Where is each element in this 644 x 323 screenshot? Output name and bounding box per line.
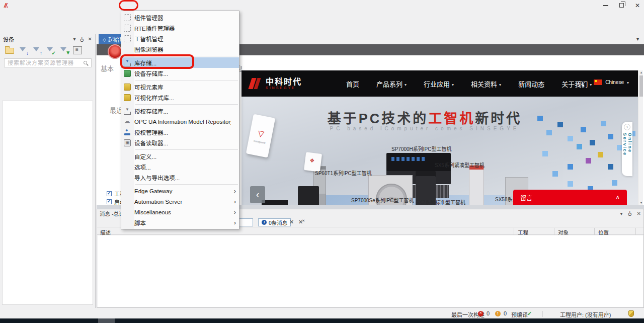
menubar-view[interactable] — [34, 5, 39, 7]
brand-name: 中科时代 — [266, 77, 302, 87]
language-label: Chinese — [605, 79, 624, 85]
messages-filter-button[interactable]: i 0条消息 — [258, 218, 291, 226]
site-search-icon[interactable] — [578, 81, 583, 86]
menu-item-edge-gateway[interactable]: Edge Gateway — [121, 186, 239, 196]
menu-item-customize[interactable]: 自定义... — [121, 151, 239, 162]
menu-item-rte-plugin-manager[interactable]: RTE插件管理器 — [121, 23, 239, 33]
menu-item-opcua-repository[interactable]: OPC UA Information Model Repository... — [121, 116, 239, 127]
project-user-label: 工程用户: (没有用户) — [560, 310, 611, 318]
restore-icon[interactable] — [619, 3, 624, 8]
nav-resources[interactable]: 相关资料 — [471, 79, 501, 89]
check-icon: ✓ — [527, 310, 532, 317]
column-separator — [635, 228, 636, 235]
column-description[interactable]: 描述 — [100, 228, 111, 236]
menubar-build[interactable] — [55, 5, 60, 7]
menubar-tools[interactable] — [87, 5, 92, 7]
menubar-project[interactable] — [45, 5, 50, 7]
panel-dropdown-icon[interactable]: ▾ — [73, 37, 76, 42]
new-folder-icon[interactable] — [5, 48, 14, 54]
messages-list[interactable] — [98, 235, 643, 307]
menubar-edit[interactable] — [24, 5, 29, 7]
menubar-help[interactable] — [108, 5, 113, 7]
device-tree[interactable] — [2, 101, 93, 305]
scroll-down-icon[interactable]: ▼ — [639, 201, 643, 204]
column-position[interactable]: 位置 — [598, 228, 609, 236]
collapse-icon[interactable]: ‹ — [624, 124, 630, 130]
menu-item-import-export-options[interactable]: 导入与导出选项... — [121, 172, 239, 183]
properties-icon[interactable] — [73, 46, 82, 54]
menubar-window[interactable] — [98, 5, 103, 7]
menu-item-library-repository[interactable]: 库存储... — [121, 57, 239, 68]
submenu-arrow-icon — [231, 208, 239, 216]
caret-down-icon — [405, 80, 407, 88]
tab-list-dropdown-icon[interactable]: ▾ — [636, 36, 639, 42]
panel-close-icon[interactable]: ✕ — [637, 211, 641, 216]
nav-news[interactable]: 新闻动态 — [518, 79, 544, 89]
nav-item-label: 产品系列 — [376, 79, 403, 89]
nav-about[interactable]: 关于我们 — [561, 79, 592, 89]
pin-icon[interactable]: ⚲ — [628, 210, 632, 217]
filter-sort-icon[interactable] — [19, 46, 28, 54]
close-icon[interactable]: ✕ — [635, 3, 640, 9]
leave-message-button[interactable]: 留言 ∧ — [513, 190, 627, 205]
scrollbar-thumb[interactable] — [639, 75, 643, 97]
clear-glyph-small: ✕ — [302, 219, 305, 222]
clear-message-icon[interactable]: ✕ — [289, 219, 294, 225]
panel-close-icon[interactable]: ✕ — [88, 37, 92, 42]
clear-all-messages-icon[interactable]: ✕✕ — [298, 219, 306, 225]
search-input[interactable] — [4, 58, 92, 67]
menu-item-visual-elements-library[interactable]: 可视元素库 — [121, 82, 239, 92]
nav-industry[interactable]: 行业应用 — [424, 79, 454, 89]
menu-item-options[interactable]: 选项... — [121, 162, 239, 172]
pin-icon[interactable]: ⚲ — [80, 37, 84, 42]
submenu-arrow-icon — [231, 198, 239, 205]
menu-item-script[interactable]: 脚本 — [121, 217, 239, 228]
language-switcher[interactable]: Chinese — [594, 78, 629, 86]
menu-item-device-reader[interactable]: 设备读取器... — [121, 137, 239, 148]
scroll-up-icon[interactable]: ▲ — [639, 71, 643, 74]
menu-item-license-manager[interactable]: 授权管理器... — [121, 127, 239, 137]
card-text: Instaguard — [254, 139, 266, 144]
website-brand[interactable]: 中科时代 SINSEGYE — [249, 77, 302, 90]
embedded-browser: 中科时代 SINSEGYE 首页 产品系列 行业应用 — [242, 70, 638, 205]
website-nav: 首页 产品系列 行业应用 相关资料 新闻动态 — [346, 79, 592, 89]
online-service-tab[interactable]: ‹ Online Service — [622, 122, 632, 176]
menu-item-component-manager[interactable]: 组件管理器 — [121, 12, 239, 23]
product-label: SP7000H系列IPC型工智机 — [391, 145, 451, 152]
menubar-debug[interactable] — [76, 5, 82, 7]
vertical-scrollbar[interactable]: ▲ ▼ — [638, 70, 643, 205]
menu-item-device-repository[interactable]: 设备存储库... — [121, 68, 239, 78]
nav-products[interactable]: 产品系列 — [376, 79, 407, 89]
menubar-online[interactable] — [66, 5, 71, 7]
menu-item-label: 授权管理器... — [134, 128, 231, 136]
menu-item-label: 自定义... — [134, 152, 231, 160]
minimize-icon[interactable] — [603, 5, 608, 6]
carousel-prev-button[interactable]: ‹ — [250, 186, 265, 203]
panel-dropdown-icon[interactable]: ▾ — [620, 211, 623, 216]
filter-up-icon[interactable] — [32, 46, 41, 54]
component-manager-icon — [124, 14, 131, 21]
filter-check-icon[interactable] — [46, 46, 55, 54]
menubar-designer[interactable] — [119, 5, 124, 7]
start-page-logo-icon — [108, 44, 122, 59]
hero-subline: PC based iComputer comes SINSEGYE — [242, 126, 608, 131]
menu-item-license-repository[interactable]: 授权存储库... — [121, 106, 239, 116]
menu-item-image-browser[interactable]: 图像浏览器 — [121, 44, 239, 54]
column-object[interactable]: 对象 — [558, 228, 569, 236]
menu-item-icomputer-manager[interactable]: 工智机管理 — [121, 33, 239, 44]
menu-item-miscellaneous[interactable]: Miscellaneous — [121, 207, 239, 217]
tools-menu: 组件管理器 RTE插件管理器 工智机管理 图像浏览器 库存储... — [121, 11, 239, 229]
filter-green-icon[interactable] — [59, 46, 68, 54]
column-project[interactable]: 工程 — [518, 228, 528, 236]
menu-item-label: 设备存储库... — [134, 69, 231, 77]
titlebar: //. ✕ — [0, 0, 644, 11]
nav-home[interactable]: 首页 — [346, 79, 359, 89]
menu-item-label: 组件管理器 — [134, 14, 231, 22]
statusbar-separator — [542, 311, 543, 317]
checkbox-checked-icon[interactable] — [107, 199, 112, 204]
error-count: 0 — [487, 310, 490, 316]
menubar-file[interactable] — [13, 5, 18, 7]
checkbox-checked-icon[interactable] — [107, 191, 112, 196]
menu-item-automation-server[interactable]: Automation Server — [121, 196, 239, 207]
menu-item-visualization-styles-library[interactable]: 可视化样式库... — [121, 92, 239, 103]
